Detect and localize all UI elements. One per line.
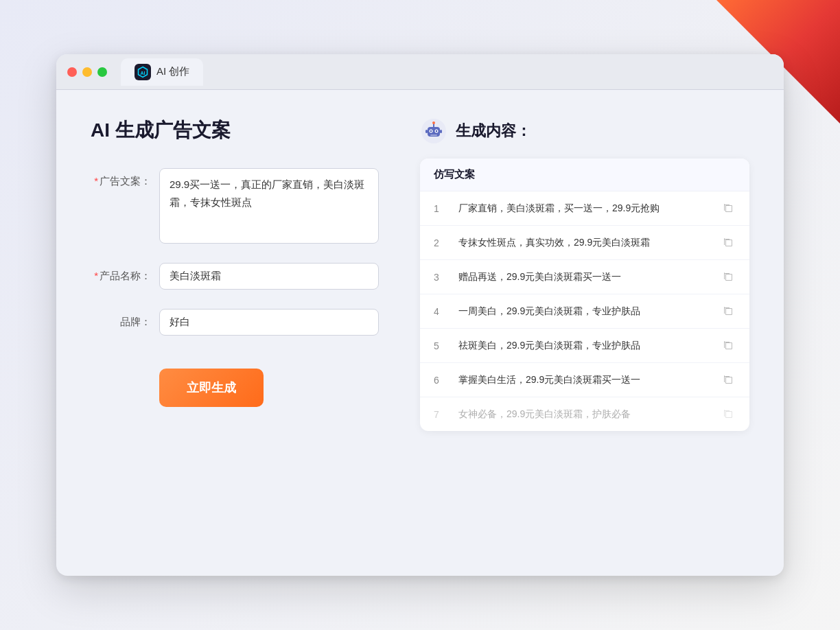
row-text-1: 厂家直销，美白淡斑霜，买一送一，29.9元抢购 (458, 201, 711, 215)
results-table: 仿写文案 1 厂家直销，美白淡斑霜，买一送一，29.9元抢购 2 专抹女性斑点，… (420, 159, 749, 431)
copy-icon-7[interactable] (722, 408, 736, 421)
tab-title: AI 创作 (156, 65, 189, 78)
ad-copy-group: 广告文案： (91, 168, 379, 244)
svg-rect-10 (425, 130, 428, 133)
copy-icon-3[interactable] (722, 270, 736, 284)
table-row: 6 掌握美白生活，29.9元美白淡斑霜买一送一 (420, 363, 749, 397)
generate-button[interactable]: 立即生成 (159, 369, 264, 407)
row-text-5: 祛斑美白，29.9元美白淡斑霜，专业护肤品 (458, 338, 711, 353)
table-row: 5 祛斑美白，29.9元美白淡斑霜，专业护肤品 (420, 329, 749, 363)
copy-icon-4[interactable] (722, 305, 736, 318)
browser-chrome: AI AI 创作 (56, 54, 784, 90)
row-number-3: 3 (434, 272, 447, 283)
svg-rect-11 (440, 130, 442, 133)
svg-point-5 (430, 130, 432, 132)
row-number-6: 6 (434, 375, 447, 386)
svg-point-6 (436, 130, 437, 132)
svg-rect-9 (430, 135, 437, 136)
row-text-4: 一周美白，29.9元美白淡斑霜，专业护肤品 (458, 304, 711, 318)
row-text-3: 赠品再送，29.9元美白淡斑霜买一送一 (458, 270, 711, 284)
tab-icon: AI (135, 64, 151, 80)
table-row-dimmed: 7 女神必备，29.9元美白淡斑霜，护肤必备 (420, 397, 749, 431)
product-label: 产品名称： (91, 263, 159, 283)
right-header: 生成内容： (420, 117, 749, 145)
close-button[interactable] (67, 67, 77, 77)
page-title: AI 生成广告文案 (91, 117, 379, 143)
minimize-button[interactable] (82, 67, 92, 77)
row-number-4: 4 (434, 306, 447, 317)
copy-icon-1[interactable] (722, 202, 736, 215)
row-number-1: 1 (434, 203, 447, 214)
brand-group: 品牌： (91, 309, 379, 336)
brand-input[interactable] (159, 309, 379, 336)
product-group: 产品名称： (91, 263, 379, 290)
ad-copy-label: 广告文案： (91, 168, 159, 188)
row-number-7: 7 (434, 409, 447, 420)
right-title: 生成内容： (456, 121, 531, 141)
svg-point-8 (432, 121, 435, 124)
ai-tab[interactable]: AI AI 创作 (121, 58, 203, 86)
svg-text:AI: AI (141, 71, 145, 75)
copy-icon-5[interactable] (722, 339, 736, 353)
copy-icon-6[interactable] (722, 373, 736, 387)
brand-label: 品牌： (91, 309, 159, 329)
product-input[interactable] (159, 263, 379, 290)
table-row: 3 赠品再送，29.9元美白淡斑霜买一送一 (420, 260, 749, 294)
row-number-5: 5 (434, 340, 447, 351)
right-panel: 生成内容： 仿写文案 1 厂家直销，美白淡斑霜，买一送一，29.9元抢购 2 专… (420, 117, 749, 548)
table-row: 1 厂家直销，美白淡斑霜，买一送一，29.9元抢购 (420, 191, 749, 226)
tab-bar: AI AI 创作 (121, 58, 203, 86)
row-number-2: 2 (434, 237, 447, 248)
table-header: 仿写文案 (420, 159, 749, 191)
table-row: 2 专抹女性斑点，真实功效，29.9元美白淡斑霜 (420, 226, 749, 260)
browser-window: AI AI 创作 AI 生成广告文案 广告文案： 产品名称： 品 (56, 54, 784, 576)
copy-icon-2[interactable] (722, 236, 736, 250)
robot-icon (420, 117, 447, 145)
window-controls (67, 67, 107, 77)
left-panel: AI 生成广告文案 广告文案： 产品名称： 品牌： 立即生成 (91, 117, 379, 548)
ad-copy-input[interactable] (159, 168, 379, 244)
table-row: 4 一周美白，29.9元美白淡斑霜，专业护肤品 (420, 294, 749, 329)
row-text-2: 专抹女性斑点，真实功效，29.9元美白淡斑霜 (458, 235, 711, 250)
row-text-6: 掌握美白生活，29.9元美白淡斑霜买一送一 (458, 373, 711, 387)
browser-content: AI 生成广告文案 广告文案： 产品名称： 品牌： 立即生成 (56, 90, 784, 576)
maximize-button[interactable] (97, 67, 107, 77)
row-text-7: 女神必备，29.9元美白淡斑霜，护肤必备 (458, 407, 711, 421)
